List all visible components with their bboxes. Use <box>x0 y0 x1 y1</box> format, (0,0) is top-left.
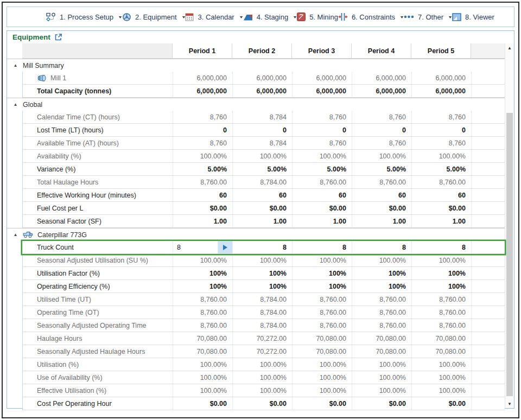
scroll-down-icon[interactable]: ▼ <box>505 399 514 408</box>
cell-lost-time-lt-hours-p3[interactable]: 0 <box>293 124 352 136</box>
cell-filler <box>472 241 505 253</box>
truck-count-input[interactable] <box>173 241 218 253</box>
group-header-mill-summary[interactable]: ▲Mill Summary <box>7 59 505 72</box>
cell-operating-efficiency-p1[interactable]: 100% <box>173 280 233 292</box>
cell-effective-working-hour-minutes-p1[interactable]: 60 <box>173 189 233 201</box>
apply-to-all-button[interactable] <box>218 241 232 253</box>
cell-seasonal-factor-sf-p4[interactable]: 1.00 <box>352 215 412 227</box>
cell-haulage-hours-p4: 70,080.00 <box>352 332 412 345</box>
toolbar-item-4-staging[interactable]: 4. Staging▼ <box>243 13 297 21</box>
cell-available-time-at-hours-p1: 8,760 <box>173 137 233 149</box>
cell-cost-per-operating-hour-p1[interactable]: $0.00 <box>173 397 233 410</box>
toolbar-item-2-equipment[interactable]: 2. Equipment▼ <box>122 12 186 22</box>
cell-truck-count-p1-editing[interactable] <box>173 241 233 253</box>
cell-utilisation-factor-p5[interactable]: 100% <box>412 267 472 279</box>
cell-variance-p2[interactable]: 5.00% <box>233 163 293 175</box>
cell-operating-efficiency-p2[interactable]: 100% <box>233 280 293 292</box>
group-header-global[interactable]: ▲Global <box>7 98 505 111</box>
cell-effective-utilisation-p2: 100.00% <box>233 384 293 397</box>
cell-effective-working-hour-minutes-p4[interactable]: 60 <box>352 189 412 201</box>
row-label-text: Mill 1 <box>50 74 66 82</box>
cell-seasonal-factor-sf-p2[interactable]: 1.00 <box>233 215 293 227</box>
cell-effective-working-hour-minutes-p3[interactable]: 60 <box>293 189 352 201</box>
cell-seasonal-adjusted-utilisation-su-p1: 100.00% <box>173 254 233 266</box>
cell-lost-time-lt-hours-p4[interactable]: 0 <box>352 124 412 136</box>
cell-seasonally-adjusted-haulage-hours-p1: 70,080.00 <box>173 345 233 358</box>
cell-utilisation-factor-p3[interactable]: 100% <box>293 267 352 279</box>
cell-mill-1-p4: 6,000,000 <box>352 72 412 84</box>
cell-utilisation-factor-p2[interactable]: 100% <box>233 267 293 279</box>
row-truck-count: Truck Count8888 <box>22 241 505 254</box>
cell-filler <box>472 163 505 175</box>
cell-variance-p3[interactable]: 5.00% <box>293 163 352 175</box>
cell-cost-per-operating-hour-p2[interactable]: $0.00 <box>233 397 293 410</box>
cell-cost-per-operating-hour-p4[interactable]: $0.00 <box>352 397 412 410</box>
header-cell-period-1: Period 1 <box>173 43 232 58</box>
cell-variance-p1[interactable]: 5.00% <box>173 163 233 175</box>
cell-utilised-time-ut-p4: 8,760.00 <box>352 293 412 306</box>
dropdown-caret-icon: ▼ <box>239 15 244 19</box>
row-operating-efficiency: Operating Efficiency (%)100%100%100%100%… <box>22 280 505 293</box>
cell-lost-time-lt-hours-p2[interactable]: 0 <box>233 124 293 136</box>
cell-fuel-cost-per-l-p1[interactable]: $0.00 <box>173 202 233 214</box>
scrollbar-thumb[interactable] <box>506 113 513 396</box>
row-label-use-of-availability: Use of Availability (%) <box>23 371 173 384</box>
cell-seasonal-factor-sf-p3[interactable]: 1.00 <box>293 215 352 227</box>
row-label-available-time-at-hours: Available Time (AT) (hours) <box>23 137 173 149</box>
collapse-arrow-icon[interactable]: ▲ <box>12 102 18 107</box>
cell-truck-count-p4[interactable]: 8 <box>352 241 412 253</box>
cell-fuel-cost-per-l-p4[interactable]: $0.00 <box>352 202 412 214</box>
cell-lost-time-lt-hours-p1[interactable]: 0 <box>173 124 233 136</box>
cell-cost-per-operating-hour-p5[interactable]: $0.00 <box>412 397 472 410</box>
cell-truck-count-p2[interactable]: 8 <box>233 241 293 253</box>
cell-fuel-cost-per-l-p2[interactable]: $0.00 <box>233 202 293 214</box>
group-header-caterpillar-773g[interactable]: ▲Caterpillar 773G <box>7 228 505 241</box>
vertical-scrollbar[interactable]: ▲ ▼ <box>505 43 514 408</box>
external-link-icon[interactable] <box>54 33 62 41</box>
cell-total-haulage-hours-p3: 8,760.00 <box>293 176 352 188</box>
cell-cost-per-operating-hour-p3[interactable]: $0.00 <box>293 397 352 410</box>
cell-filler <box>472 176 505 188</box>
cell-truck-count-p5[interactable]: 8 <box>412 241 472 253</box>
cell-lost-time-lt-hours-p5[interactable]: 0 <box>412 124 472 136</box>
cell-utilisation-factor-p1[interactable]: 100% <box>173 267 233 279</box>
cell-fuel-cost-per-l-p5[interactable]: $0.00 <box>412 202 472 214</box>
cell-availability-p4: 100.00% <box>352 150 412 162</box>
cell-effective-working-hour-minutes-p2[interactable]: 60 <box>233 189 293 201</box>
mill-icon <box>37 74 47 82</box>
cell-filler <box>472 397 505 410</box>
toolbar-item-8-viewer[interactable]: 8. Viewer <box>452 13 494 21</box>
row-label-text: Use of Availability (%) <box>37 374 103 381</box>
row-seasonally-adjusted-haulage-hours: Seasonally Adjusted Haulage Hours70,080.… <box>22 345 505 358</box>
cell-availability-p3: 100.00% <box>293 150 352 162</box>
cell-operating-time-ot-p1: 8,760.00 <box>173 306 233 319</box>
scroll-up-icon[interactable]: ▲ <box>505 43 514 52</box>
cell-truck-count-p3[interactable]: 8 <box>293 241 352 253</box>
toolbar-item-1-process-setup[interactable]: 1. Process Setup▼ <box>46 12 122 22</box>
cell-fuel-cost-per-l-p3[interactable]: $0.00 <box>293 202 352 214</box>
cell-seasonal-factor-sf-p5[interactable]: 1.00 <box>412 215 472 227</box>
toolbar-item-6-constraints[interactable]: 6. Constraints▼ <box>338 12 404 21</box>
collapse-arrow-icon[interactable]: ▲ <box>12 63 18 68</box>
cell-operating-time-ot-p4: 8,760.00 <box>352 306 412 319</box>
cell-seasonally-adjusted-operating-time-p2: 8,784.00 <box>233 319 293 332</box>
cell-operating-efficiency-p3[interactable]: 100% <box>293 280 352 292</box>
cell-seasonal-factor-sf-p1[interactable]: 1.00 <box>173 215 233 227</box>
cell-operating-efficiency-p5[interactable]: 100% <box>412 280 472 292</box>
cell-operating-efficiency-p4[interactable]: 100% <box>352 280 412 292</box>
page-title: Equipment <box>12 33 50 41</box>
cell-variance-p4[interactable]: 5.00% <box>352 163 412 175</box>
toolbar-item-5-mining[interactable]: 5. Mining <box>297 12 338 21</box>
collapse-arrow-icon[interactable]: ▲ <box>12 232 18 237</box>
play-arrow-icon <box>223 245 227 250</box>
cell-effective-working-hour-minutes-p5[interactable]: 60 <box>412 189 472 201</box>
toolbar-item-7-other[interactable]: 7. Other▼ <box>404 13 452 21</box>
cell-available-time-at-hours-p5: 8,760 <box>412 137 472 149</box>
cell-variance-p5[interactable]: 5.00% <box>412 163 472 175</box>
cell-utilisation-factor-p4[interactable]: 100% <box>352 267 412 279</box>
row-label-seasonally-adjusted-haulage-hours: Seasonally Adjusted Haulage Hours <box>23 345 173 358</box>
toolbar-item-3-calendar[interactable]: 3. Calendar▼ <box>185 12 243 21</box>
calendar-icon <box>185 12 194 21</box>
cell-use-of-availability-p1: 100.00% <box>173 371 233 384</box>
cell-available-time-at-hours-p3: 8,760 <box>293 137 352 149</box>
